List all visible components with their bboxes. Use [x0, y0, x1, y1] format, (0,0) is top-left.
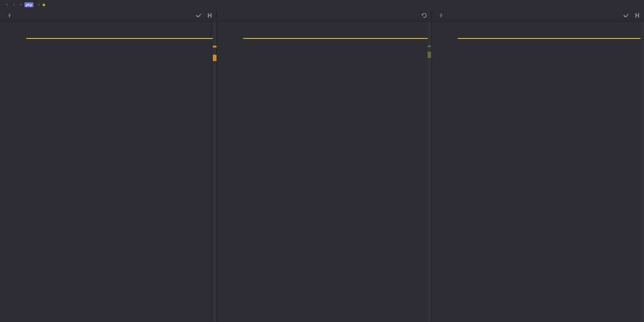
- svg-point-3: [440, 14, 442, 16]
- incoming-pane[interactable]: [0, 22, 217, 322]
- incoming-commit[interactable]: [7, 13, 14, 18]
- chevron-right-icon: ›: [37, 1, 40, 8]
- marker-bar[interactable]: [640, 22, 644, 322]
- chevron-right-icon: ›: [5, 1, 9, 8]
- code-editor[interactable]: [458, 22, 644, 322]
- result-pane[interactable]: [217, 22, 432, 322]
- gutter: [432, 22, 458, 322]
- compare-icon[interactable]: [634, 12, 640, 19]
- code-editor[interactable]: [26, 22, 216, 322]
- compare-icon[interactable]: [207, 12, 213, 19]
- breadcrumb: › › › php › ◈: [0, 0, 644, 9]
- svg-point-0: [9, 14, 10, 16]
- merge-header: [0, 9, 644, 22]
- gutter: [0, 22, 26, 322]
- incoming-header: [0, 9, 217, 21]
- gutter: [217, 22, 243, 322]
- chevron-right-icon: ›: [19, 1, 22, 8]
- accept-all-incoming-icon[interactable]: [196, 12, 202, 19]
- current-header: [432, 9, 644, 21]
- class-icon: ◈: [42, 1, 46, 8]
- undo-icon[interactable]: [421, 12, 428, 19]
- current-pane[interactable]: [432, 22, 644, 322]
- current-commit[interactable]: [439, 13, 445, 18]
- php-file-icon: php: [24, 2, 34, 7]
- chevron-right-icon: ›: [12, 1, 15, 8]
- marker-bar[interactable]: [428, 22, 431, 322]
- marker-bar[interactable]: [213, 22, 216, 322]
- accept-all-current-icon[interactable]: [623, 12, 630, 19]
- code-editor[interactable]: [243, 22, 431, 322]
- result-header: [217, 9, 432, 21]
